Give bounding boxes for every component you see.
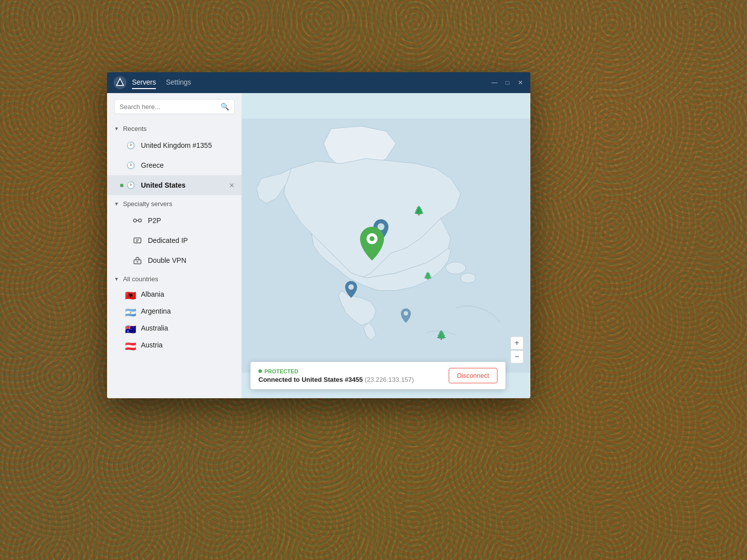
flag-argentina: 🇦🇷 bbox=[125, 307, 136, 315]
disconnect-button[interactable]: Disconnect bbox=[449, 368, 498, 383]
argentina-label: Argentina bbox=[141, 307, 235, 315]
svg-text:🌲: 🌲 bbox=[436, 330, 447, 340]
list-item-uk[interactable]: 🕐 United Kingdom #1355 bbox=[107, 135, 242, 155]
nordvpn-logo bbox=[113, 76, 127, 90]
title-bar-nav: Servers Settings bbox=[132, 76, 491, 89]
svg-point-2 bbox=[138, 219, 141, 222]
list-item-us[interactable]: 🕐 United States ✕ bbox=[107, 175, 242, 195]
australia-label: Australia bbox=[141, 324, 235, 332]
svg-rect-3 bbox=[134, 238, 141, 243]
search-wrap[interactable]: 🔍 bbox=[114, 99, 235, 114]
zoom-in-button[interactable]: + bbox=[510, 336, 523, 349]
sidebar-list: ▼ Recents 🕐 United Kingdom #1355 🕐 Greec… bbox=[107, 120, 242, 398]
recents-header[interactable]: ▼ Recents bbox=[107, 120, 242, 135]
minimize-button[interactable]: — bbox=[491, 79, 498, 87]
search-bar: 🔍 bbox=[107, 93, 242, 120]
tab-servers[interactable]: Servers bbox=[132, 76, 156, 89]
specialty-label: Specialty servers bbox=[123, 200, 172, 208]
all-countries-label: All countries bbox=[123, 275, 158, 283]
sidebar: 🔍 ▼ Recents 🕐 United Kingdom #1355 🕐 bbox=[107, 93, 242, 398]
recents-chevron: ▼ bbox=[114, 126, 119, 131]
all-countries-header[interactable]: ▼ All countries bbox=[107, 270, 242, 286]
recent-icon-us: 🕐 bbox=[125, 180, 136, 191]
austria-label: Austria bbox=[141, 341, 235, 349]
close-button[interactable]: ✕ bbox=[516, 79, 524, 87]
svg-point-14 bbox=[404, 311, 408, 316]
title-bar: Servers Settings — □ ✕ bbox=[107, 72, 530, 93]
svg-point-16 bbox=[370, 236, 374, 241]
svg-point-8 bbox=[461, 273, 476, 283]
map-svg: 🌲 🌲 🌲 bbox=[242, 93, 530, 398]
map-area: 🌲 🌲 🌲 bbox=[242, 93, 530, 398]
list-item-albania[interactable]: 🇦🇱 Albania bbox=[107, 286, 242, 303]
active-indicator bbox=[120, 184, 124, 187]
search-icon: 🔍 bbox=[221, 103, 229, 111]
us-label: United States bbox=[141, 181, 229, 189]
search-input[interactable] bbox=[120, 103, 221, 111]
svg-point-5 bbox=[137, 261, 138, 263]
list-item-double-vpn[interactable]: Double VPN bbox=[107, 250, 242, 270]
list-item-p2p[interactable]: P2P bbox=[107, 211, 242, 230]
svg-point-7 bbox=[446, 262, 466, 274]
svg-text:🌲: 🌲 bbox=[413, 205, 425, 216]
flag-australia: 🇦🇺 bbox=[125, 324, 136, 332]
ip-address: (23.226.133.157) bbox=[365, 376, 414, 383]
specialty-chevron: ▼ bbox=[114, 201, 119, 207]
status-dot bbox=[258, 369, 262, 373]
status-bar: PROTECTED Connected to United States #34… bbox=[250, 362, 505, 389]
maximize-button[interactable]: □ bbox=[503, 79, 511, 87]
list-item-greece[interactable]: 🕐 Greece bbox=[107, 155, 242, 175]
double-vpn-icon bbox=[132, 255, 143, 266]
list-item-austria[interactable]: 🇦🇹 Austria bbox=[107, 336, 242, 353]
all-countries-chevron: ▼ bbox=[114, 276, 119, 282]
dedicated-ip-icon bbox=[132, 235, 143, 246]
p2p-icon bbox=[132, 215, 143, 226]
dedicated-ip-label: Dedicated IP bbox=[148, 236, 235, 244]
zoom-controls: + − bbox=[510, 336, 523, 363]
app-window: Servers Settings — □ ✕ 🔍 ▼ bbox=[107, 72, 530, 398]
status-connection: Connected to United States #3455 (23.226… bbox=[258, 376, 449, 383]
list-item-australia[interactable]: 🇦🇺 Australia bbox=[107, 320, 242, 336]
flag-austria: 🇦🇹 bbox=[125, 341, 136, 349]
recents-label: Recents bbox=[123, 125, 147, 132]
list-item-dedicated-ip[interactable]: Dedicated IP bbox=[107, 230, 242, 250]
svg-point-13 bbox=[349, 284, 354, 290]
server-name: Connected to United States #3455 bbox=[258, 376, 363, 383]
status-info: PROTECTED Connected to United States #34… bbox=[258, 368, 449, 383]
svg-text:🌲: 🌲 bbox=[423, 271, 433, 280]
double-vpn-label: Double VPN bbox=[148, 256, 235, 264]
recent-icon-greece: 🕐 bbox=[125, 160, 136, 171]
recent-icon-uk: 🕐 bbox=[125, 140, 136, 151]
zoom-out-button[interactable]: − bbox=[510, 350, 523, 363]
p2p-label: P2P bbox=[148, 217, 235, 224]
app-body: 🔍 ▼ Recents 🕐 United Kingdom #1355 🕐 bbox=[107, 93, 530, 398]
window-controls: — □ ✕ bbox=[491, 79, 524, 87]
tab-settings[interactable]: Settings bbox=[166, 76, 191, 89]
svg-point-1 bbox=[133, 219, 136, 222]
albania-label: Albania bbox=[141, 290, 235, 298]
status-protected: PROTECTED bbox=[258, 368, 449, 374]
list-item-argentina[interactable]: 🇦🇷 Argentina bbox=[107, 303, 242, 320]
uk-label: United Kingdom #1355 bbox=[141, 141, 235, 149]
us-close-icon[interactable]: ✕ bbox=[229, 182, 235, 189]
greece-label: Greece bbox=[141, 161, 235, 169]
specialty-header[interactable]: ▼ Specialty servers bbox=[107, 195, 242, 211]
flag-albania: 🇦🇱 bbox=[125, 290, 136, 298]
